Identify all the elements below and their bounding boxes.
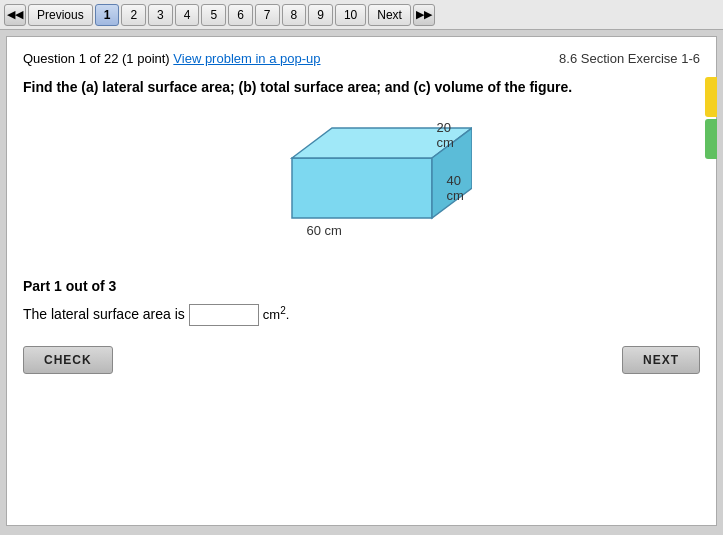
page-8-button[interactable]: 8 xyxy=(282,4,307,26)
part-question: The lateral surface area is cm2. xyxy=(23,304,700,326)
page-1-button[interactable]: 1 xyxy=(95,4,120,26)
part-header: Part 1 out of 3 xyxy=(23,278,700,294)
green-tab[interactable] xyxy=(705,119,717,159)
view-problem-link[interactable]: View problem in a pop-up xyxy=(173,51,320,66)
dim-right-label: 40 cm xyxy=(447,173,472,203)
next-part-button[interactable]: NEXT xyxy=(622,346,700,374)
page-5-button[interactable]: 5 xyxy=(201,4,226,26)
page-6-button[interactable]: 6 xyxy=(228,4,253,26)
part-question-text: The lateral surface area is xyxy=(23,306,185,322)
prev-arrow-button[interactable]: ◀◀ xyxy=(4,4,26,26)
previous-button[interactable]: Previous xyxy=(28,4,93,26)
page-4-button[interactable]: 4 xyxy=(175,4,200,26)
page-3-button[interactable]: 3 xyxy=(148,4,173,26)
yellow-tab[interactable] xyxy=(705,77,717,117)
side-tabs xyxy=(705,77,717,159)
next-button[interactable]: Next xyxy=(368,4,411,26)
question-count: Question 1 of 22 (1 point) xyxy=(23,51,170,66)
question-header: Question 1 of 22 (1 point) View problem … xyxy=(23,51,700,66)
content-area: Question 1 of 22 (1 point) View problem … xyxy=(6,36,717,526)
svg-marker-0 xyxy=(292,158,432,218)
page-numbers: 1 2 3 4 5 6 7 8 9 10 xyxy=(95,4,367,26)
next-arrow-button[interactable]: ▶▶ xyxy=(413,4,435,26)
figure-container: 20 cm 40 cm 60 cm xyxy=(23,118,700,258)
answer-input[interactable] xyxy=(189,304,259,326)
dim-bottom-label: 60 cm xyxy=(307,223,342,238)
page-9-button[interactable]: 9 xyxy=(308,4,333,26)
section-label: 8.6 Section Exercise 1-6 xyxy=(559,51,700,66)
3d-box-figure: 20 cm 40 cm 60 cm xyxy=(252,118,472,238)
page-10-button[interactable]: 10 xyxy=(335,4,366,26)
problem-text: Find the (a) lateral surface area; (b) t… xyxy=(23,78,700,98)
dim-top-label: 20 cm xyxy=(437,120,472,150)
navigation-bar: ◀◀ Previous 1 2 3 4 5 6 7 8 9 10 Next ▶▶ xyxy=(0,0,723,30)
page-7-button[interactable]: 7 xyxy=(255,4,280,26)
button-row: CHECK NEXT xyxy=(23,346,700,374)
unit-label: cm2. xyxy=(263,305,290,322)
check-button[interactable]: CHECK xyxy=(23,346,113,374)
question-info: Question 1 of 22 (1 point) View problem … xyxy=(23,51,321,66)
page-2-button[interactable]: 2 xyxy=(121,4,146,26)
